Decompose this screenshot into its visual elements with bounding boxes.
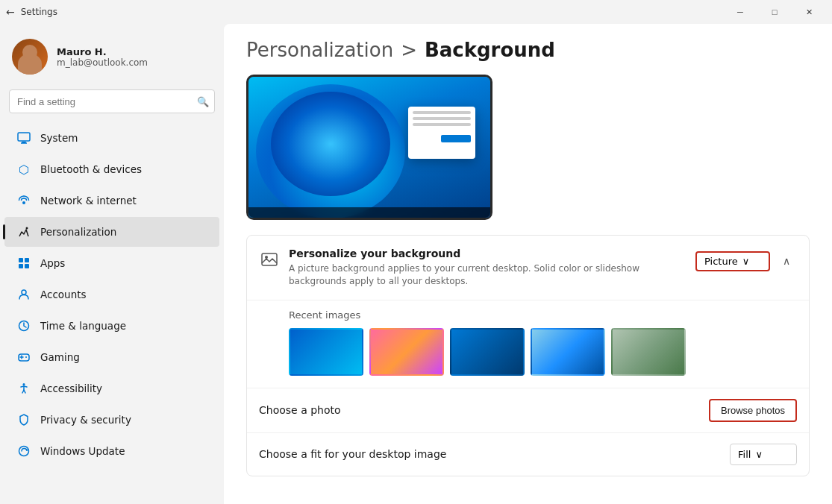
recent-images-label: Recent images [289,309,797,321]
svg-point-14 [25,356,27,358]
sidebar-item-apps[interactable]: Apps [4,248,219,278]
sidebar-item-gaming[interactable]: Gaming [4,342,219,372]
taskbar-mock [248,207,490,218]
privacy-icon [16,412,31,427]
sidebar-item-privacy[interactable]: Privacy & security [4,405,219,435]
avatar [12,39,48,75]
svg-rect-8 [25,264,29,268]
sidebar-label-gaming: Gaming [40,351,80,363]
svg-point-15 [23,383,25,385]
svg-point-3 [22,201,25,204]
sidebar-label-time: Time & language [40,320,126,332]
dialog-mock [408,107,475,159]
update-icon [16,444,31,459]
sidebar-label-accounts: Accounts [40,289,87,300]
accounts-icon [16,287,31,302]
section-control-personalize: Picture ∨ ∧ [695,251,797,271]
svg-rect-7 [19,264,23,268]
choose-fit-label: Choose a fit for your desktop image [259,448,730,460]
sidebar-item-update[interactable]: Windows Update [4,436,219,466]
svg-point-4 [26,227,28,230]
user-email: m_lab@outlook.com [57,57,148,68]
sidebar-item-personalization[interactable]: Personalization [4,217,219,247]
recent-images-section: Recent images [247,300,809,388]
dialog-line-3 [413,123,471,126]
dialog-line-2 [413,117,471,120]
time-icon [16,318,31,333]
accessibility-icon [16,381,31,396]
sidebar-label-system: System [40,132,78,144]
user-name: Mauro H. [57,46,148,57]
user-profile[interactable]: Mauro H. m_lab@outlook.com [0,30,224,89]
svg-rect-0 [18,133,30,141]
section-desc-personalize: A picture background applies to your cur… [289,262,686,288]
sidebar-label-bluetooth: Bluetooth & devices [40,163,142,175]
page-header: Personalization > Background [246,39,810,61]
chevron-down-icon: ∨ [742,256,750,267]
sidebar-label-accessibility: Accessibility [40,382,102,394]
gaming-icon [16,350,31,365]
section-text-personalize: Personalize your background A picture ba… [289,248,686,288]
sidebar-label-privacy: Privacy & security [40,414,131,426]
search-input[interactable] [9,89,215,113]
sidebar: Mauro H. m_lab@outlook.com 🔍 System ⬡ Bl… [0,24,224,504]
fit-value: Fill [738,449,751,460]
svg-rect-17 [262,253,277,265]
apps-icon [16,256,31,271]
collapse-button[interactable]: ∧ [776,251,797,271]
sidebar-item-bluetooth[interactable]: ⬡ Bluetooth & devices [4,154,219,184]
close-button[interactable]: ✕ [792,0,826,24]
personalize-section: Personalize your background A picture ba… [246,235,810,476]
bluetooth-icon: ⬡ [16,162,31,177]
thumbnail-3[interactable] [450,328,525,376]
network-icon [16,193,31,208]
window-title: Settings [21,7,717,17]
choose-photo-label: Choose a photo [259,404,709,416]
fit-chevron-icon: ∨ [755,449,763,460]
app-body: Mauro H. m_lab@outlook.com 🔍 System ⬡ Bl… [0,24,832,504]
image-icon [259,249,280,270]
section-header-personalize: Personalize your background A picture ba… [247,236,809,300]
sidebar-item-accessibility[interactable]: Accessibility [4,374,219,403]
maximize-button[interactable]: □ [757,0,792,24]
sidebar-label-network: Network & internet [40,195,137,207]
titlebar: ← Settings ─ □ ✕ [0,0,832,24]
wallpaper-accent [271,92,390,196]
search-box: 🔍 [9,89,215,113]
page-title: Background [425,39,555,61]
thumbnail-5[interactable] [611,328,686,376]
svg-rect-5 [19,258,23,262]
fit-dropdown[interactable]: Fill ∨ [730,444,797,465]
breadcrumb-separator: > [401,39,417,61]
choose-fit-row: Choose a fit for your desktop image Fill… [247,432,809,476]
minimize-button[interactable]: ─ [723,0,757,24]
svg-point-9 [22,290,26,294]
thumbnail-4[interactable] [531,328,605,376]
sidebar-label-update: Windows Update [40,445,125,457]
background-type-dropdown[interactable]: Picture ∨ [695,251,770,271]
svg-rect-6 [25,258,29,262]
wallpaper-preview [246,75,492,220]
window-controls: ─ □ ✕ [723,0,826,24]
thumbnail-1[interactable] [289,328,363,376]
system-icon [16,130,31,145]
sidebar-item-network[interactable]: Network & internet [4,186,219,215]
sidebar-item-system[interactable]: System [4,123,219,153]
images-row [289,328,797,376]
svg-point-16 [19,447,29,456]
sidebar-item-accounts[interactable]: Accounts [4,280,219,309]
dialog-line-1 [413,111,471,114]
dropdown-value: Picture [704,256,738,267]
back-icon[interactable]: ← [6,6,15,18]
sidebar-label-apps: Apps [40,257,65,269]
personalization-icon [16,224,31,239]
browse-photos-button[interactable]: Browse photos [709,399,797,422]
choose-photo-row: Choose a photo Browse photos [247,388,809,432]
section-title-personalize: Personalize your background [289,248,686,259]
dialog-btn-mock [441,135,471,142]
sidebar-label-personalization: Personalization [40,226,116,238]
main-content: Personalization > Background [224,24,832,504]
sidebar-item-time[interactable]: Time & language [4,311,219,341]
search-icon: 🔍 [197,96,209,107]
thumbnail-2[interactable] [369,328,444,376]
